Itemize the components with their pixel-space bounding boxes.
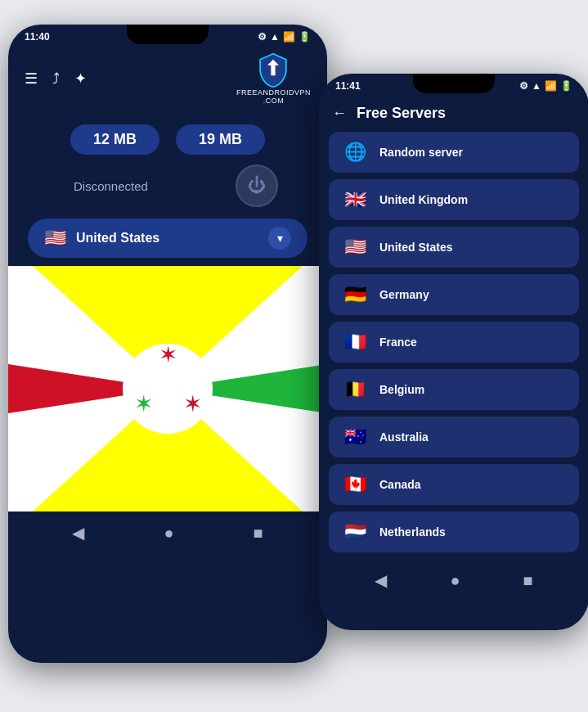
phone2-notch xyxy=(413,74,495,93)
server-flag-icon: 🇫🇷 xyxy=(342,331,368,353)
phone2-home-button[interactable]: ● xyxy=(450,571,460,590)
phone-1: 11:40 ⚙ ▲ 📶 🔋 ☰ ⤴ ✦ FRE xyxy=(8,25,327,663)
upload-badge: 19 MB xyxy=(176,124,265,155)
phone1-status-icons: ⚙ ▲ 📶 🔋 xyxy=(258,31,311,43)
disconnect-status: Disconnected xyxy=(74,179,148,193)
scene: 11:40 ⚙ ▲ 📶 🔋 ☰ ⤴ ✦ FRE xyxy=(0,0,588,712)
logo-subtext: .COM xyxy=(263,97,285,105)
phone1-data-row: 12 MB 19 MB xyxy=(25,124,311,155)
globe-icon: 🌐 xyxy=(342,142,368,163)
server-name: France xyxy=(379,336,417,349)
server-name: Australia xyxy=(379,430,429,444)
country-name-label: United States xyxy=(76,231,258,246)
server-flag-icon: 🇺🇸 xyxy=(342,237,368,258)
home-button[interactable]: ● xyxy=(164,524,173,543)
server-flag-icon: 🇳🇱 xyxy=(342,521,368,543)
phone2-battery-icon: 🔋 xyxy=(560,80,572,92)
server-list-item[interactable]: 🇧🇪 Belgium xyxy=(329,369,579,410)
server-name: United Kingdom xyxy=(379,193,468,206)
server-name: Belgium xyxy=(379,383,424,396)
phone1-signal-icon: 📶 xyxy=(283,31,295,43)
menu-icon[interactable]: ☰ xyxy=(25,70,38,88)
phone2-recents-button[interactable]: ■ xyxy=(523,571,532,590)
server-name: Netherlands xyxy=(379,525,446,539)
chevron-down-icon[interactable]: ▾ xyxy=(268,227,291,250)
phone2-nav-bar: ◀ ● ■ xyxy=(319,559,588,602)
server-list-item[interactable]: 🇩🇪 Germany xyxy=(329,274,579,315)
server-list-item[interactable]: 🇦🇺 Australia xyxy=(329,417,579,457)
phone1-settings-icon: ⚙ xyxy=(258,31,267,43)
server-flag-icon: 🇨🇦 xyxy=(342,474,368,495)
flag-display: ✶ ✶ ✶ xyxy=(8,266,327,511)
free-servers-title: Free Servers xyxy=(357,105,446,122)
server-name: United States xyxy=(379,241,452,254)
phone1-nav-bar: ◀ ● ■ xyxy=(8,511,327,554)
server-list-item[interactable]: 🇺🇸 United States xyxy=(329,227,579,268)
logo-shield-icon xyxy=(255,52,291,88)
download-badge: 12 MB xyxy=(70,124,159,155)
server-flag-icon: 🇩🇪 xyxy=(342,284,368,305)
phone2-signal-icon: ▲ xyxy=(532,80,541,92)
phone1-nav-icons: ☰ ⤴ ✦ xyxy=(25,70,87,88)
country-flag-icon: 🇺🇸 xyxy=(44,228,66,249)
server-list-item[interactable]: 🇬🇧 United Kingdom xyxy=(329,179,579,220)
svg-text:✶: ✶ xyxy=(183,391,202,417)
country-selector[interactable]: 🇺🇸 United States ▾ xyxy=(28,219,307,258)
logo-area: FREEANDROIDVPN .COM xyxy=(236,52,311,105)
share-icon[interactable]: ⤴ xyxy=(52,70,60,88)
burundi-flag-image: ✶ ✶ ✶ xyxy=(8,266,327,511)
server-list: 🌐 Random server 🇬🇧 United Kingdom 🇺🇸 Uni… xyxy=(319,132,588,559)
server-list-item[interactable]: 🇳🇱 Netherlands xyxy=(329,511,579,552)
phone1-top-nav: ☰ ⤴ ✦ FREEANDROIDVPN .COM xyxy=(8,46,327,111)
phone-2: 11:41 ⚙ ▲ 📶 🔋 ← Free Servers 🌐 Random se… xyxy=(319,74,588,630)
server-name: Germany xyxy=(379,288,429,301)
server-list-item[interactable]: 🇨🇦 Canada xyxy=(329,464,579,505)
server-list-item[interactable]: 🇫🇷 France xyxy=(329,322,579,363)
phone2-settings-icon: ⚙ xyxy=(519,80,528,92)
server-list-item[interactable]: 🌐 Random server xyxy=(329,132,579,173)
phone1-status-power: Disconnected ⏻ xyxy=(25,161,311,210)
back-button[interactable]: ◀ xyxy=(72,523,84,543)
svg-text:✶: ✶ xyxy=(159,342,177,367)
power-button[interactable]: ⏻ xyxy=(236,164,278,207)
phone2-wifi-icon: 📶 xyxy=(545,80,557,92)
back-arrow-icon[interactable]: ← xyxy=(332,105,347,122)
server-flag-icon: 🇧🇪 xyxy=(342,379,368,400)
phone1-wifi-icon: ▲ xyxy=(270,31,280,43)
phone2-back-button[interactable]: ◀ xyxy=(375,570,387,590)
server-list-header: ← Free Servers xyxy=(319,95,588,132)
server-name: Canada xyxy=(379,478,421,491)
server-flag-icon: 🇬🇧 xyxy=(342,189,368,210)
phone1-battery-icon: 🔋 xyxy=(298,31,311,43)
phone1-time: 11:40 xyxy=(25,31,50,43)
star-icon[interactable]: ✦ xyxy=(74,70,87,88)
recents-button[interactable]: ■ xyxy=(253,524,263,543)
server-name: Random server xyxy=(379,146,463,159)
svg-text:✶: ✶ xyxy=(134,391,153,417)
phone2-time: 11:41 xyxy=(335,80,361,92)
phone1-notch xyxy=(127,25,209,44)
phone2-status-icons: ⚙ ▲ 📶 🔋 xyxy=(519,80,572,92)
logo-text: FREEANDROIDVPN xyxy=(236,88,311,97)
server-flag-icon: 🇦🇺 xyxy=(342,426,368,448)
